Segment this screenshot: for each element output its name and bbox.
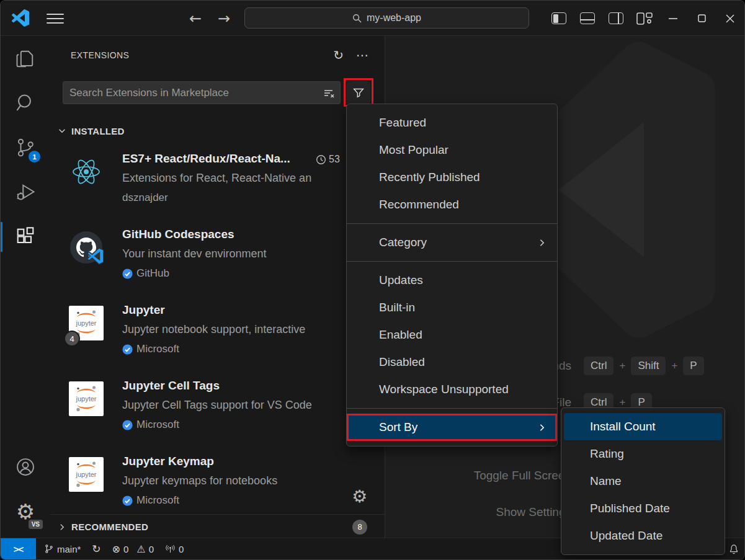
extension-publisher: GitHub [122, 267, 169, 280]
navigate-back-button[interactable]: ← [184, 1, 207, 36]
activity-source-control[interactable]: 1 [1, 125, 50, 170]
toggle-panel-button[interactable] [573, 1, 602, 36]
plus-sign: + [619, 360, 625, 372]
extension-name: Jupyter [122, 303, 165, 317]
sort-by-submenu: Install Count Rating Name Published Date… [561, 407, 725, 555]
account-icon [14, 456, 37, 478]
installed-section-header[interactable]: INSTALLED [50, 122, 385, 140]
menu-item-updates[interactable]: Updates [347, 267, 557, 294]
menu-item-recommended[interactable]: Recommended [347, 191, 557, 218]
extension-name: Jupyter Keymap [122, 455, 214, 468]
svg-text:jupyter: jupyter [75, 395, 96, 402]
search-icon [352, 14, 362, 23]
extension-publisher: Microsoft [122, 419, 179, 431]
submenu-item-install-count[interactable]: Install Count [564, 413, 722, 440]
key-p: P [683, 357, 703, 375]
menu-item-featured[interactable]: Featured [347, 109, 557, 136]
vscode-window: ← → my-web-app [0, 0, 745, 560]
extensions-icon [14, 226, 37, 248]
recommended-count-badge: 8 [352, 520, 367, 535]
clear-search-icon[interactable] [323, 87, 335, 99]
run-debug-icon [14, 181, 37, 203]
refresh-icon[interactable]: ↻ [333, 49, 344, 61]
radio-tower-icon [165, 544, 176, 554]
remote-indicator-button[interactable]: >< [1, 538, 36, 559]
activity-bar-bottom: ⚙ VS [1, 445, 50, 534]
activity-account[interactable] [1, 445, 50, 489]
vscode-logo-icon [12, 9, 29, 27]
chevron-right-icon [58, 523, 66, 531]
recommended-section-header[interactable]: RECOMMENDED 8 [50, 514, 385, 538]
activity-bar: 1 ⚙ [1, 36, 50, 538]
publisher-name: dsznajder [122, 192, 168, 204]
shortcut-label: Show Settings [385, 505, 571, 519]
customize-layout-button[interactable] [630, 1, 659, 36]
shortcut-row-show-settings: Show Settings [385, 502, 571, 522]
maximize-button[interactable] [687, 1, 716, 36]
menu-hamburger-icon[interactable] [47, 14, 64, 24]
extensions-filter-menu: Featured Most Popular Recently Published… [346, 104, 558, 447]
activity-search[interactable] [1, 81, 50, 125]
menu-item-built-in[interactable]: Built-in [347, 294, 557, 321]
problems-item[interactable]: ⊗ 0 ⚠ 0 [112, 543, 154, 555]
extension-description: Jupyter Cell Tags support for VS Code [122, 399, 312, 412]
key-ctrl: Ctrl [584, 357, 613, 375]
plus-sign: + [671, 360, 677, 372]
activity-explorer[interactable] [1, 36, 50, 81]
ports-item[interactable]: 0 [165, 544, 184, 554]
react-logo-icon [69, 154, 104, 189]
extension-publisher: Microsoft [122, 494, 179, 507]
clock-icon [316, 154, 326, 165]
submenu-item-rating[interactable]: Rating [561, 440, 725, 468]
extensions-search-box [63, 81, 341, 104]
sync-changes-button[interactable]: ↻ [92, 543, 100, 555]
toggle-sidebar-button[interactable] [545, 1, 573, 36]
command-center-search[interactable]: my-web-app [244, 7, 529, 29]
navigate-forward-button[interactable]: → [213, 1, 235, 36]
more-actions-icon[interactable]: ⋯ [356, 49, 368, 61]
menu-item-workspace-unsupported[interactable]: Workspace Unsupported [347, 376, 557, 403]
verified-publisher-icon [122, 344, 133, 355]
filter-button[interactable] [347, 81, 370, 104]
extension-row-jupyter-cell-tags[interactable]: jupyter Jupyter Cell Tags Jupyter Cell T… [50, 374, 385, 450]
extension-row-jupyter-keymap[interactable]: jupyter Jupyter Keymap Jupyter keymaps f… [50, 450, 385, 514]
git-branch-item[interactable]: main* [44, 544, 81, 554]
extension-description: Jupyter notebook support, interactive [122, 323, 305, 336]
verified-publisher-icon [122, 420, 133, 430]
close-button[interactable] [716, 1, 744, 36]
extensions-search-input[interactable] [63, 87, 323, 99]
extension-row-es7-react[interactable]: ES7+ React/Redux/React-Na... 53 Extensio… [50, 147, 385, 223]
activity-settings[interactable]: ⚙ VS [1, 489, 50, 534]
back-arrow-icon: ← [189, 10, 202, 27]
error-count: 0 [123, 544, 128, 554]
extension-row-jupyter[interactable]: jupyter 4 Jupyter Jupyter notebook suppo… [50, 298, 385, 374]
sidebar-title: EXTENSIONS [71, 50, 129, 60]
menu-item-enabled[interactable]: Enabled [347, 321, 557, 349]
minimize-button[interactable] [659, 1, 687, 36]
customize-layout-icon [636, 12, 653, 25]
minimize-icon [669, 18, 677, 19]
error-icon: ⊗ [112, 543, 120, 555]
extension-description: Jupyter keymaps for notebooks [122, 474, 277, 487]
submenu-item-updated-date[interactable]: Updated Date [561, 522, 725, 549]
extensions-sidebar: EXTENSIONS ↻ ⋯ INSTALLED [50, 36, 385, 538]
menu-item-most-popular[interactable]: Most Popular [347, 136, 557, 164]
notifications-bell-icon[interactable] [728, 543, 740, 555]
submenu-item-published-date[interactable]: Published Date [561, 495, 725, 522]
shortcut-label: Toggle Full Screen [385, 469, 571, 482]
svg-text:jupyter: jupyter [75, 471, 96, 478]
activation-time: 53 [329, 154, 340, 165]
menu-item-sort-by[interactable]: Sort By [347, 414, 557, 441]
menu-item-recently-published[interactable]: Recently Published [347, 164, 557, 191]
menu-item-disabled[interactable]: Disabled [347, 349, 557, 376]
menu-item-category[interactable]: Category [347, 229, 557, 256]
extension-manage-gear-icon[interactable]: ⚙ [352, 488, 367, 505]
menu-separator [347, 261, 557, 262]
submenu-item-name[interactable]: Name [561, 468, 725, 495]
activity-extensions[interactable] [1, 215, 50, 259]
installed-label: INSTALLED [71, 126, 125, 136]
toggle-secondary-sidebar-button[interactable] [602, 1, 630, 36]
activity-run-debug[interactable] [1, 170, 50, 215]
extension-row-github-codespaces[interactable]: GitHub Codespaces Your instant dev envir… [50, 223, 385, 298]
menu-separator [347, 408, 557, 409]
